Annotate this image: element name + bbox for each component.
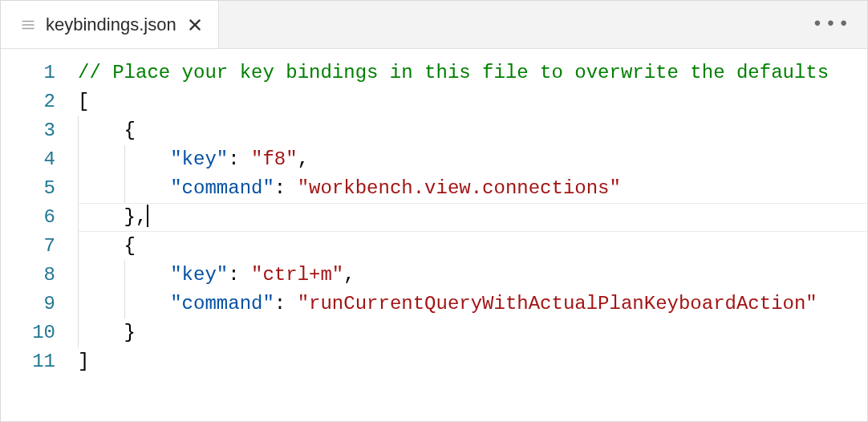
line-number: 11	[1, 347, 78, 376]
code-line[interactable]: {	[78, 116, 867, 145]
json-string: "runCurrentQueryWithActualPlanKeyboardAc…	[298, 293, 817, 314]
code-line[interactable]: [	[78, 87, 867, 116]
colon: :	[228, 264, 251, 286]
line-number: 3	[1, 116, 78, 145]
json-string: "ctrl+m"	[251, 264, 343, 286]
bracket: [	[78, 91, 89, 112]
code-editor[interactable]: 1 2 3 4 5 6 7 8 9 10 11 // Place your ke…	[1, 49, 867, 421]
tab-filename: keybindings.json	[46, 14, 176, 35]
colon: :	[274, 293, 298, 314]
code-line[interactable]: ]	[78, 347, 867, 376]
code-line[interactable]: // Place your key bindings in this file …	[78, 59, 867, 87]
code-line[interactable]: {	[78, 232, 867, 261]
tab-close-button[interactable]	[186, 16, 204, 34]
code-content[interactable]: // Place your key bindings in this file …	[78, 59, 867, 421]
tab-bar: keybindings.json •••	[1, 1, 867, 49]
line-number: 9	[1, 290, 78, 319]
bracket: ]	[78, 351, 89, 372]
comma: ,	[298, 148, 309, 170]
json-key: "key"	[170, 148, 228, 170]
line-number: 5	[1, 174, 78, 203]
comment-text: // Place your key bindings in this file …	[78, 62, 829, 83]
brace: {	[124, 235, 136, 257]
line-number: 1	[1, 59, 78, 87]
line-number: 10	[1, 319, 78, 347]
json-key: "command"	[170, 177, 274, 199]
line-number: 2	[1, 87, 78, 116]
editor-window: keybindings.json ••• 1 2 3 4 5 6 7 8 9 1…	[0, 0, 868, 422]
brace: },	[124, 206, 148, 228]
code-line[interactable]: "key": "ctrl+m",	[78, 261, 867, 290]
line-number: 6	[1, 203, 78, 232]
line-number: 8	[1, 261, 78, 290]
brace: }	[124, 322, 136, 343]
tab-keybindings[interactable]: keybindings.json	[1, 1, 219, 48]
code-line[interactable]: "key": "f8",	[78, 145, 867, 174]
code-line[interactable]: "command": "workbench.view.connections"	[78, 174, 867, 203]
text-cursor	[147, 205, 148, 227]
json-string: "workbench.view.connections"	[298, 177, 621, 199]
line-number: 7	[1, 232, 78, 261]
json-key: "command"	[170, 293, 274, 314]
comma: ,	[343, 264, 355, 286]
json-key: "key"	[170, 264, 228, 286]
code-line[interactable]: }	[78, 319, 867, 347]
line-number: 4	[1, 145, 78, 174]
file-icon	[20, 17, 36, 33]
code-line[interactable]: "command": "runCurrentQueryWithActualPla…	[78, 290, 867, 319]
code-line[interactable]: },	[78, 203, 867, 232]
colon: :	[228, 148, 251, 170]
line-number-gutter: 1 2 3 4 5 6 7 8 9 10 11	[1, 59, 78, 421]
json-string: "f8"	[251, 148, 298, 170]
brace: {	[124, 120, 136, 141]
tab-more-actions[interactable]: •••	[812, 1, 851, 48]
colon: :	[274, 177, 298, 199]
